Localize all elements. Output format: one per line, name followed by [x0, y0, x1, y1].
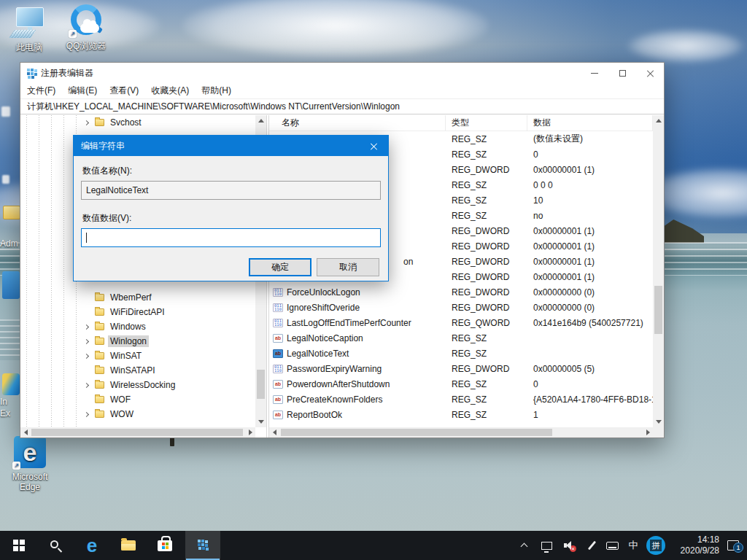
value-data-cell: 0x00000001 (1): [527, 165, 653, 175]
taskbar-edge-button[interactable]: e: [76, 531, 108, 560]
scroll-down-button[interactable]: [255, 416, 266, 427]
start-button[interactable]: [3, 531, 35, 560]
taskbar-search-button[interactable]: [39, 531, 71, 560]
window-titlebar[interactable]: 注册表编辑器: [20, 63, 664, 83]
menu-item[interactable]: 查看(V): [109, 85, 139, 97]
tree-item-label: WirelessDocking: [108, 379, 177, 391]
registry-value-row[interactable]: abReportBootOkREG_SZ1: [269, 407, 653, 422]
scroll-thumb[interactable]: [257, 370, 265, 399]
value-type-cell: REG_DWORD: [446, 226, 527, 236]
action-center-button[interactable]: 1: [722, 531, 744, 560]
scroll-thumb[interactable]: [31, 429, 243, 436]
scroll-up-button[interactable]: [653, 115, 664, 126]
scroll-thumb[interactable]: [281, 429, 552, 436]
expander-icon[interactable]: [85, 354, 94, 358]
partial-desktop-icon: [2, 175, 9, 184]
value-type-cell: REG_SZ: [446, 379, 527, 389]
expander-icon[interactable]: [85, 413, 94, 416]
registry-value-row[interactable]: abPowerdownAfterShutdownREG_SZ0: [269, 376, 653, 392]
chevron-right-icon: [84, 120, 89, 125]
tray-show-hidden-icons[interactable]: [515, 531, 533, 560]
tree-item[interactable]: WOF: [20, 392, 255, 407]
scroll-thumb[interactable]: [654, 286, 662, 334]
tree-item[interactable]: Winlogon: [20, 334, 255, 349]
menu-item[interactable]: 帮助(H): [201, 85, 231, 97]
menu-item[interactable]: 文件(F): [27, 85, 55, 97]
expander-icon[interactable]: [85, 121, 94, 125]
column-header-name[interactable]: 名称: [269, 115, 446, 131]
tray-pen-icon[interactable]: [584, 531, 600, 560]
scroll-up-button[interactable]: [255, 115, 266, 126]
registry-value-row[interactable]: abLegalNoticeTextREG_SZ: [269, 346, 653, 361]
tree-item[interactable]: WbemPerf: [20, 290, 255, 305]
tree-item[interactable]: Svchost: [20, 115, 255, 130]
registry-value-row[interactable]: 011110IgnoreShiftOverideREG_DWORD0x00000…: [269, 300, 653, 315]
dialog-titlebar[interactable]: 编辑字符串: [74, 136, 388, 156]
tree-item-label: WinSATAPI: [108, 365, 158, 376]
scroll-down-button[interactable]: [653, 416, 664, 427]
menu-item[interactable]: 编辑(E): [68, 85, 97, 97]
tree-item[interactable]: WOW: [20, 407, 255, 421]
ime-language-indicator[interactable]: 中: [624, 531, 642, 560]
registry-value-row[interactable]: abPreCreateKnownFoldersREG_SZ{A520A1A4-1…: [269, 392, 653, 407]
partial-ie-icon[interactable]: [2, 373, 20, 395]
registry-value-row[interactable]: 011110LastLogOffEndTimePerfCounterREG_QW…: [269, 315, 653, 330]
value-type-cell: REG_SZ: [446, 195, 527, 206]
value-data-cell: 0x00000005 (5): [527, 364, 653, 374]
partial-folder-icon[interactable]: [3, 206, 20, 219]
value-data-input[interactable]: [81, 228, 381, 247]
reg-dword-icon: 011110: [273, 319, 283, 327]
tree-item[interactable]: WinSAT: [20, 349, 255, 363]
partial-icon-label: Adm: [0, 238, 20, 249]
registry-value-row[interactable]: abLegalNoticeCaptionREG_SZ: [269, 330, 653, 346]
this-pc-icon: [12, 6, 47, 39]
chevron-right-icon: [84, 382, 89, 387]
column-header-data[interactable]: 数据: [527, 115, 653, 131]
tree-item[interactable]: WiFiDirectAPI: [20, 305, 255, 319]
expander-icon[interactable]: [85, 384, 94, 387]
maximize-button[interactable]: [608, 63, 636, 83]
desktop-icon-microsoft-edge[interactable]: e Microsoft Edge: [1, 436, 58, 492]
partial-desktop-icon: [1, 106, 10, 117]
scroll-right-button[interactable]: [643, 427, 653, 438]
cancel-button[interactable]: 取消: [317, 258, 379, 276]
tree-item[interactable]: WinSATAPI: [20, 363, 255, 378]
ime-pinyin-indicator[interactable]: 拼: [645, 531, 667, 560]
edge-icon: e: [87, 536, 97, 555]
tray-touch-keyboard[interactable]: [603, 531, 622, 560]
tray-network-icon[interactable]: [537, 531, 556, 560]
tree-item[interactable]: WirelessDocking: [20, 378, 255, 392]
dialog-close-button[interactable]: [359, 136, 388, 156]
minimize-button[interactable]: [581, 63, 608, 83]
scroll-right-button[interactable]: [245, 427, 255, 438]
menu-item[interactable]: 收藏夹(A): [151, 85, 189, 97]
ok-button[interactable]: 确定: [249, 258, 311, 276]
address-bar[interactable]: 计算机\HKEY_LOCAL_MACHINE\SOFTWARE\Microsof…: [20, 98, 664, 114]
registry-value-row[interactable]: 011110PasswordExpiryWarningREG_DWORD0x00…: [269, 361, 653, 376]
taskbar-store-button[interactable]: [149, 531, 181, 560]
tray-volume-muted[interactable]: [560, 531, 579, 560]
scroll-left-button[interactable]: [20, 427, 31, 438]
expander-icon[interactable]: [85, 340, 94, 343]
desktop-icon-this-pc[interactable]: 此电脑: [1, 6, 58, 54]
desktop-icon-qq-browser[interactable]: QQ浏览器: [58, 4, 115, 52]
tray-time: 14:18: [697, 534, 719, 545]
expander-icon[interactable]: [85, 325, 94, 329]
value-name-field[interactable]: LegalNoticeText: [81, 181, 381, 200]
tree-item-label: WOF: [108, 394, 133, 405]
value-data-cell: {A520A1A4-1780-4FF6-BD18-167343C5AF16}: [527, 394, 653, 405]
list-horizontal-scrollbar[interactable]: [269, 427, 653, 438]
list-vertical-scrollbar[interactable]: [653, 115, 664, 427]
taskbar-clock[interactable]: 14:18 2020/9/28: [670, 531, 719, 560]
taskbar-file-explorer-button[interactable]: [112, 531, 144, 560]
scroll-left-button[interactable]: [269, 427, 279, 438]
taskbar-regedit-button[interactable]: [185, 531, 220, 560]
regedit-icon: [26, 68, 36, 78]
tree-item[interactable]: Windows: [20, 319, 255, 334]
tree-horizontal-scrollbar[interactable]: [20, 427, 255, 438]
close-button[interactable]: [636, 63, 664, 83]
registry-value-row[interactable]: 011110ForceUnlockLogonREG_DWORD0x0000000…: [269, 284, 653, 300]
column-header-type[interactable]: 类型: [446, 115, 527, 131]
partial-desktop-icon[interactable]: [2, 271, 20, 299]
tree-item-label: Windows: [108, 321, 148, 332]
